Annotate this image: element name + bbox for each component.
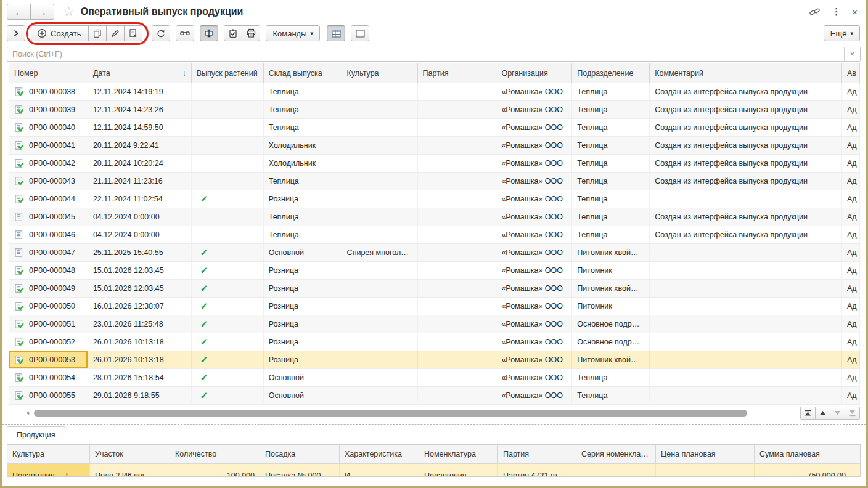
scrollbar-row: ◄ xyxy=(9,405,866,420)
number-cell: 0Р00-000052 xyxy=(9,333,88,351)
table-row[interactable]: 0Р00-00004422.11.2024 11:02:54✓Розница«Р… xyxy=(9,190,860,208)
list-view-button[interactable] xyxy=(327,25,345,41)
footer-panel-button[interactable] xyxy=(351,25,369,41)
column-header[interactable]: Выпуск растений xyxy=(192,63,264,83)
products-column-header[interactable]: Цена плановая xyxy=(656,445,755,463)
cell xyxy=(418,208,497,226)
products-column-header[interactable]: Номенклатура xyxy=(419,445,498,463)
number-cell: 0Р00-000046 xyxy=(9,226,88,243)
commands-dropdown[interactable]: Команды ▾ xyxy=(266,25,320,41)
products-column-header[interactable]: Культура xyxy=(7,445,90,463)
document-posted-icon xyxy=(14,105,25,115)
document-number: 0Р00-000049 xyxy=(29,284,75,293)
cell: 23.01.2026 11:25:48 xyxy=(88,315,192,333)
products-table-panel: КультураУчастокКоличествоПосадкаХарактер… xyxy=(7,444,861,477)
table-row[interactable]: 0Р00-00003912.11.2024 14:23:26Теплица«Ро… xyxy=(9,101,860,119)
table-row[interactable]: 0Р00-00004504.12.2024 0:00:00Теплица«Ром… xyxy=(9,208,860,226)
back-button[interactable]: ← xyxy=(7,4,31,20)
close-icon[interactable]: × xyxy=(852,7,858,17)
horizontal-scrollbar[interactable] xyxy=(34,409,777,417)
cell: Ад xyxy=(842,190,860,208)
products-column-header[interactable]: Партия xyxy=(498,445,576,463)
go-next-button[interactable] xyxy=(830,407,845,420)
column-header[interactable]: Организация xyxy=(496,63,572,83)
products-row[interactable]: Пеларгония… Т…Поле 2 И6 вег…100 000Посад… xyxy=(7,464,860,476)
mark-deletion-button[interactable] xyxy=(124,25,142,41)
products-column-header[interactable]: Серия номенкла… xyxy=(576,445,656,463)
cell xyxy=(418,226,497,243)
forward-button[interactable]: → xyxy=(30,4,54,20)
table-row[interactable]: 0Р00-00004915.01.2026 12:03:45✓Розница«Р… xyxy=(9,280,860,298)
table-row[interactable]: 0Р00-00003812.11.2024 14:19:19Теплица«Ро… xyxy=(9,83,860,101)
table-row[interactable]: 0Р00-00005428.01.2026 15:18:54✓Основной«… xyxy=(9,369,860,387)
table-row[interactable]: 0Р00-00004725.11.2025 15:40:55✓ОсновнойС… xyxy=(9,244,860,262)
plus-circle-icon xyxy=(37,28,47,38)
column-header-label: Комментарий xyxy=(655,69,703,78)
table-row[interactable]: 0Р00-00004815.01.2026 12:03:45✓Розница«Р… xyxy=(9,262,860,280)
column-header[interactable]: Склад выпуска xyxy=(264,63,342,83)
function-panel-button[interactable] xyxy=(7,25,25,41)
column-header[interactable]: Ав xyxy=(842,63,860,83)
refresh-button[interactable] xyxy=(152,25,170,41)
tab-products[interactable]: Продукция xyxy=(7,426,65,444)
pencil-icon xyxy=(110,28,120,38)
favorite-star-icon[interactable]: ☆ xyxy=(63,6,75,18)
column-header[interactable]: Партия xyxy=(418,63,497,83)
number-cell: 0Р00-000040 xyxy=(9,119,88,136)
column-header[interactable]: Номер xyxy=(9,63,88,83)
products-column-header[interactable]: Количество xyxy=(170,445,260,463)
table-row[interactable]: 0Р00-00004604.12.2024 0:00:00Теплица«Ром… xyxy=(9,226,860,244)
column-header[interactable]: Культура xyxy=(342,63,418,83)
search-clear-button[interactable]: × xyxy=(844,47,860,61)
get-link-icon[interactable] xyxy=(809,7,821,17)
cell: 25.11.2025 15:40:55 xyxy=(88,244,192,261)
column-header[interactable]: Комментарий xyxy=(650,63,842,83)
cell: «Ромашка» ООО xyxy=(496,315,572,333)
bottom-panel-icon xyxy=(355,29,366,38)
post-document-button[interactable] xyxy=(224,25,242,41)
document-number: 0Р00-000044 xyxy=(29,195,75,203)
table-row[interactable]: 0Р00-00004120.11.2024 9:22:41Холодильник… xyxy=(9,137,860,155)
table-row[interactable]: 0Р00-00004220.11.2024 10:20:24Холодильни… xyxy=(9,155,860,173)
table-row[interactable]: 0Р00-00004012.11.2024 14:59:50Теплица«Ро… xyxy=(9,119,860,137)
column-header[interactable]: Дата↓ xyxy=(88,63,192,83)
products-column-header[interactable]: Посадка xyxy=(260,445,340,463)
table-row[interactable]: 0Р00-00005326.01.2026 10:13:18✓Розница«Р… xyxy=(9,351,860,369)
go-first-button[interactable] xyxy=(800,407,816,420)
table-row[interactable]: 0Р00-00005226.01.2026 10:13:18✓Розница«Р… xyxy=(9,333,860,351)
set-interval-button[interactable] xyxy=(200,25,218,41)
table-row[interactable]: 0Р00-00004321.11.2024 11:23:16Теплица«Ро… xyxy=(9,173,860,190)
cell: Теплица xyxy=(572,155,650,172)
list-rows: 0Р00-00003812.11.2024 14:19:19Теплица«Ро… xyxy=(9,83,860,405)
more-label: Ещё xyxy=(830,29,847,38)
go-last-button[interactable] xyxy=(845,407,860,420)
cell: Питомник xyxy=(572,298,650,315)
number-cell-focused: 0Р00-000053 xyxy=(9,351,88,368)
find-button[interactable] xyxy=(176,25,194,41)
print-button[interactable] xyxy=(242,25,260,41)
cell: Основное подр… xyxy=(572,315,650,333)
cell: Ад xyxy=(842,387,860,404)
table-row[interactable]: 0Р00-00005529.01.2026 9:18:55✓Основной«Р… xyxy=(9,387,860,405)
search-input[interactable] xyxy=(7,47,844,61)
edit-button[interactable] xyxy=(106,25,125,41)
go-prev-button[interactable] xyxy=(815,407,830,420)
more-actions-dropdown[interactable]: Ещё ▾ xyxy=(824,25,860,41)
create-button[interactable]: Создать xyxy=(31,25,89,41)
more-menu-icon[interactable]: ⋮ xyxy=(832,6,841,17)
cell xyxy=(650,333,842,351)
checkmark-icon: ✓ xyxy=(197,319,208,330)
cell: Основной xyxy=(264,244,342,261)
number-cell: 0Р00-000055 xyxy=(9,387,88,404)
products-column-header[interactable]: Характеристика xyxy=(340,445,419,463)
column-header[interactable]: Подразделение xyxy=(572,63,650,83)
table-row[interactable]: 0Р00-00005016.01.2026 12:38:07✓Розница«Р… xyxy=(9,298,860,315)
products-column-header[interactable]: Сумма плановая xyxy=(755,445,851,463)
hscroll-left-icon[interactable]: ◄ xyxy=(25,410,30,416)
cell: Теплица xyxy=(264,119,342,136)
products-column-header[interactable]: Участок xyxy=(90,445,170,463)
copy-button[interactable] xyxy=(88,25,107,41)
document-number: 0Р00-000041 xyxy=(29,141,75,150)
table-row[interactable]: 0Р00-00005123.01.2026 11:25:48✓Розница«Р… xyxy=(9,315,860,333)
hscroll-thumb[interactable] xyxy=(34,410,747,417)
